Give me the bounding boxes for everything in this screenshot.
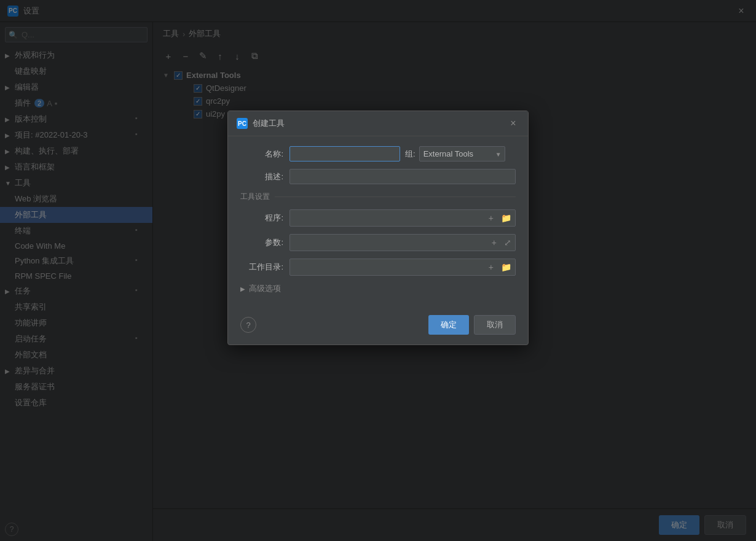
name-group-row: 名称: 组: External Tools ▼ <box>240 146 516 162</box>
params-input[interactable] <box>290 236 488 250</box>
workdir-browse-button[interactable]: 📁 <box>497 259 515 275</box>
dialog-ok-button[interactable]: 确定 <box>428 315 469 335</box>
name-label: 名称: <box>240 149 283 160</box>
params-row: 参数: + ⤢ <box>240 234 516 251</box>
workdir-input[interactable] <box>290 260 485 274</box>
divider-line <box>275 197 516 197</box>
params-input-wrap: + ⤢ <box>289 234 516 251</box>
params-add-button[interactable]: + <box>488 235 500 251</box>
tool-settings-label: 工具设置 <box>240 192 270 202</box>
desc-input[interactable] <box>289 169 516 184</box>
dialog-footer: ? 确定 取消 <box>228 309 528 344</box>
settings-window: PC 设置 × 🔍 ▶ 外观和行为 键盘映射 ▶ 编辑器 插 <box>0 0 756 541</box>
group-wrap: 组: External Tools ▼ <box>405 146 505 162</box>
dialog-cancel-button[interactable]: 取消 <box>474 315 516 335</box>
workdir-label: 工作目录: <box>240 262 283 273</box>
params-label: 参数: <box>240 237 283 248</box>
program-add-button[interactable]: + <box>485 210 497 226</box>
dialog-title: 创建工具 <box>253 118 285 129</box>
workdir-add-button[interactable]: + <box>485 259 497 275</box>
help-button[interactable]: ? <box>240 317 256 333</box>
desc-label: 描述: <box>240 171 283 182</box>
params-expand-button[interactable]: ⤢ <box>500 235 515 251</box>
group-select[interactable]: External Tools <box>419 146 505 162</box>
workdir-row: 工作目录: + 📁 <box>240 259 516 276</box>
program-row: 程序: + 📁 <box>240 209 516 227</box>
program-browse-button[interactable]: 📁 <box>497 210 515 226</box>
dialog-app-icon: PC <box>237 118 248 129</box>
workdir-input-wrap: + 📁 <box>289 259 516 276</box>
modal-overlay: PC 创建工具 × 名称: 组: External Tools <box>0 0 756 541</box>
dialog-action-buttons: 确定 取消 <box>428 315 516 335</box>
dialog-body: 名称: 组: External Tools ▼ 描述: <box>228 136 528 309</box>
program-input-wrap: + 📁 <box>289 209 516 227</box>
advanced-options-row[interactable]: ▶ 高级选项 <box>240 283 516 294</box>
group-select-wrap: External Tools ▼ <box>419 146 505 162</box>
group-label: 组: <box>405 149 415 160</box>
tool-settings-divider: 工具设置 <box>240 192 516 202</box>
create-tool-dialog: PC 创建工具 × 名称: 组: External Tools <box>227 111 529 345</box>
chevron-right-icon: ▶ <box>240 286 245 292</box>
program-input[interactable] <box>290 211 485 225</box>
desc-row: 描述: <box>240 169 516 184</box>
advanced-label: 高级选项 <box>249 283 281 294</box>
dialog-title-bar: PC 创建工具 × <box>228 111 528 136</box>
program-label: 程序: <box>240 212 283 224</box>
dialog-close-button[interactable]: × <box>507 117 519 130</box>
name-input[interactable] <box>289 146 400 162</box>
